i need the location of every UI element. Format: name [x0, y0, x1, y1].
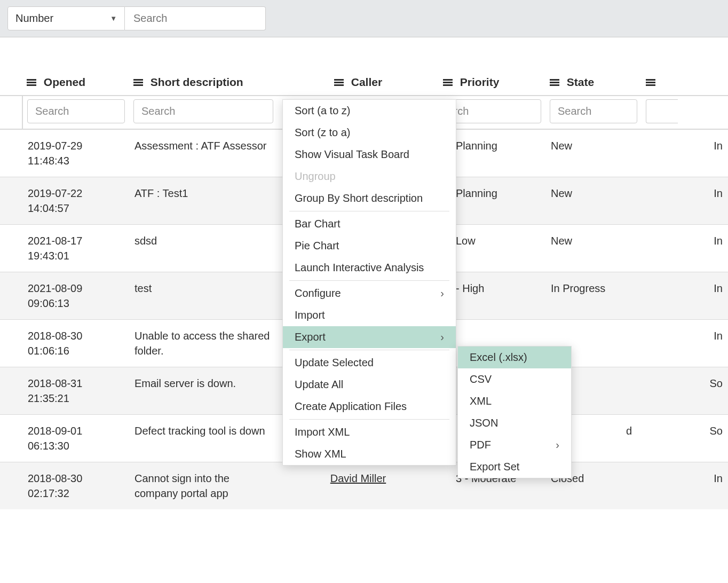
submenu-pdf[interactable]: PDF›: [458, 434, 571, 456]
column-label: State: [567, 76, 594, 88]
menu-export[interactable]: Export›: [283, 326, 456, 348]
submenu-csv[interactable]: CSV: [458, 368, 571, 390]
svg-rect-16: [646, 82, 655, 83]
cell-extra: In: [642, 225, 728, 272]
cell-opened: 2018-08-30 02:17:32: [22, 462, 129, 510]
menu-show-vtb[interactable]: Show Visual Task Board: [283, 144, 456, 166]
chevron-right-icon: ›: [556, 439, 559, 451]
cell-short-description: Unable to access the shared folder.: [129, 320, 278, 367]
cell-extra: In: [642, 177, 728, 225]
menu-separator: [289, 280, 449, 281]
svg-rect-14: [550, 84, 559, 86]
svg-rect-0: [27, 79, 36, 81]
caller-link[interactable]: David Miller: [330, 472, 386, 484]
cell-opened: 2021-08-17 19:43:01: [22, 225, 129, 272]
column-header-opened[interactable]: Opened: [22, 70, 129, 96]
svg-rect-3: [133, 79, 143, 81]
column-header-extra[interactable]: [642, 70, 728, 96]
svg-rect-11: [443, 84, 453, 86]
cell-extra: So: [642, 415, 728, 462]
svg-rect-6: [334, 79, 344, 81]
global-search-input[interactable]: [125, 6, 266, 30]
column-header-priority[interactable]: Priority: [439, 70, 545, 96]
cell-state: In Progress: [545, 272, 642, 320]
submenu-xml[interactable]: XML: [458, 390, 571, 412]
menu-show-xml[interactable]: Show XML: [283, 443, 456, 465]
cell-state: New: [545, 129, 642, 177]
menu-import[interactable]: Import: [283, 304, 456, 326]
cell-short-description: Defect tracking tool is down: [129, 415, 278, 462]
table-header-row: Opened Short description Caller Priority…: [0, 70, 728, 96]
column-header-caller[interactable]: Caller: [278, 70, 439, 96]
export-submenu: Excel (.xlsx) CSV XML JSON PDF› Export S…: [457, 346, 572, 478]
search-description-input[interactable]: [133, 99, 273, 123]
svg-rect-15: [646, 79, 655, 81]
cell-opened: 2021-08-09 09:06:13: [22, 272, 129, 320]
svg-rect-12: [550, 79, 559, 81]
svg-rect-8: [334, 84, 344, 86]
hamburger-icon: [27, 79, 36, 86]
column-label: Opened: [44, 76, 85, 88]
svg-rect-4: [133, 82, 143, 83]
svg-rect-7: [334, 82, 344, 83]
hamburger-icon: [443, 79, 453, 86]
menu-group-by[interactable]: Group By Short description: [283, 187, 456, 209]
submenu-export-set[interactable]: Export Set: [458, 456, 571, 478]
cell-short-description: test: [129, 272, 278, 320]
cell-extra: In: [642, 272, 728, 320]
submenu-json[interactable]: JSON: [458, 412, 571, 434]
cell-opened: 2018-08-30 01:06:16: [22, 320, 129, 367]
cell-short-description: Assessment : ATF Assessor: [129, 129, 278, 177]
cell-short-description: sdsd: [129, 225, 278, 272]
column-header-short-description[interactable]: Short description: [129, 70, 278, 96]
menu-ungroup: Ungroup: [283, 166, 456, 187]
svg-rect-9: [443, 79, 453, 81]
submenu-excel[interactable]: Excel (.xlsx): [458, 346, 571, 368]
table-row[interactable]: 2018-08-30 02:17:32Cannot sign into the …: [0, 462, 728, 510]
menu-configure[interactable]: Configure›: [283, 282, 456, 304]
menu-import-xml[interactable]: Import XML: [283, 421, 456, 443]
search-opened-input[interactable]: [27, 99, 125, 123]
column-label: Priority: [460, 76, 500, 88]
menu-sort-za[interactable]: Sort (z to a): [283, 122, 456, 144]
menu-pie-chart[interactable]: Pie Chart: [283, 235, 456, 257]
menu-separator: [289, 350, 449, 350]
search-extra-input[interactable]: [646, 99, 678, 123]
svg-rect-17: [646, 84, 655, 86]
field-select-value: Number: [15, 12, 53, 25]
menu-update-all[interactable]: Update All: [283, 374, 456, 396]
menu-launch-analysis[interactable]: Launch Interactive Analysis: [283, 257, 456, 279]
search-state-input[interactable]: [550, 99, 637, 123]
menu-update-selected[interactable]: Update Selected: [283, 352, 456, 374]
cell-extra: In: [642, 320, 728, 367]
column-label: Short description: [151, 76, 243, 88]
cell-extra: So: [642, 367, 728, 415]
column-header-state[interactable]: State: [545, 70, 642, 96]
column-label: Caller: [351, 76, 382, 88]
cell-opened: 2018-08-31 21:35:21: [22, 367, 129, 415]
chevron-right-icon: ›: [440, 287, 444, 300]
field-select-dropdown[interactable]: Number ▼: [7, 6, 125, 30]
cell-extra: In: [642, 129, 728, 177]
menu-create-app-files[interactable]: Create Application Files: [283, 396, 456, 417]
hamburger-icon: [550, 79, 559, 86]
cell-state: New: [545, 177, 642, 225]
dropdown-arrow-icon: ▼: [110, 14, 117, 22]
cell-extra: In: [642, 462, 728, 510]
svg-rect-2: [27, 84, 36, 86]
cell-caller: David Miller: [278, 462, 439, 510]
menu-sort-az[interactable]: Sort (a to z): [283, 100, 456, 122]
cell-opened: 2019-07-22 14:04:57: [22, 177, 129, 225]
filter-bar: Number ▼: [0, 0, 728, 37]
cell-short-description: Email server is down.: [129, 367, 278, 415]
svg-rect-13: [550, 82, 559, 83]
cell-short-description: ATF : Test1: [129, 177, 278, 225]
cell-opened: 2019-07-29 11:48:43: [22, 129, 129, 177]
menu-separator: [289, 419, 449, 420]
hamburger-icon: [334, 79, 344, 86]
menu-bar-chart[interactable]: Bar Chart: [283, 213, 456, 235]
search-priority-input[interactable]: [443, 99, 541, 123]
svg-rect-5: [133, 84, 143, 86]
svg-rect-1: [27, 82, 36, 83]
cell-state: New: [545, 225, 642, 272]
